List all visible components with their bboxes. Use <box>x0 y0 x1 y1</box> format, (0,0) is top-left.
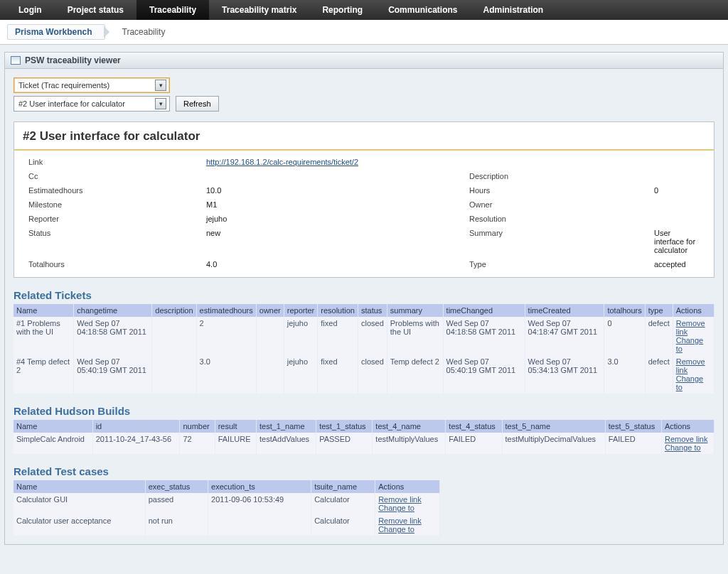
table-cell: not run <box>145 514 208 536</box>
item-select[interactable]: #2 User interface for calculator ▾ <box>14 96 170 112</box>
nav-administration[interactable]: Administration <box>470 0 556 20</box>
column-header: Name <box>14 420 92 433</box>
action-link[interactable]: Change to <box>665 443 711 452</box>
column-header: resolution <box>318 304 358 317</box>
related-tickets-title: Related Tickets <box>14 289 714 301</box>
table-cell: testMultiplyValues <box>373 433 446 454</box>
action-link[interactable]: Change to <box>676 336 711 353</box>
table-cell: defect <box>645 317 673 355</box>
column-header: Actions <box>375 480 440 493</box>
table-cell: Wed Sep 07 04:18:58 GMT 2011 <box>443 317 525 355</box>
column-header: test_4_name <box>373 420 446 433</box>
ticket-title: #2 User interface for calculator <box>14 122 714 149</box>
column-header: number <box>180 420 215 433</box>
chevron-down-icon: ▾ <box>155 98 166 109</box>
table-cell: 2011-10-24_17-43-56 <box>92 433 180 454</box>
source-select[interactable]: Ticket (Trac requirements) ▾ <box>14 77 170 93</box>
table-cell: Calculator GUI <box>14 493 145 514</box>
table-cell: Calculator <box>311 493 375 514</box>
action-link[interactable]: Change to <box>676 374 711 391</box>
table-cell <box>152 355 196 394</box>
table-cell: Temp defect 2 <box>387 355 443 394</box>
column-header: id <box>92 420 180 433</box>
breadcrumb-root[interactable]: Prisma Workbench <box>7 24 105 40</box>
traceability-panel: PSW traceability viewer Ticket (Trac req… <box>4 52 724 545</box>
column-header: test_5_name <box>502 420 605 433</box>
table-cell: PASSED <box>316 433 373 454</box>
action-link[interactable]: Remove link <box>676 357 711 374</box>
table-cell: Calculator user acceptance <box>14 514 145 536</box>
actions-cell: Remove linkChange to <box>673 317 714 355</box>
table-cell: Wed Sep 07 04:18:58 GMT 2011 <box>74 317 152 355</box>
column-header: status <box>358 304 387 317</box>
nav-login[interactable]: Login <box>6 0 55 20</box>
nav-reporting[interactable]: Reporting <box>309 0 375 20</box>
column-header: description <box>152 304 196 317</box>
column-header: changetime <box>74 304 152 317</box>
field-label: Type <box>469 260 647 269</box>
column-header: exec_status <box>145 480 208 493</box>
table-cell: testMultiplyDecimalValues <box>502 433 605 454</box>
actions-cell: Remove linkChange to <box>661 433 714 454</box>
field-value: new <box>206 229 462 254</box>
nav-traceability-matrix[interactable]: Traceability matrix <box>209 0 309 20</box>
field-label: Summary <box>469 229 647 254</box>
column-header: result <box>215 420 256 433</box>
field-label: Owner <box>469 200 647 209</box>
action-link[interactable]: Change to <box>378 504 437 512</box>
action-link[interactable]: Remove link <box>676 319 711 336</box>
table-row: #1 Problems with the UIWed Sep 07 04:18:… <box>14 317 714 355</box>
action-link[interactable]: Remove link <box>665 435 711 443</box>
field-label: Milestone <box>28 200 199 209</box>
column-header: test_1_status <box>316 420 373 433</box>
field-label: Status <box>28 229 199 254</box>
field-label: Link <box>28 158 199 166</box>
field-value: jejuho <box>206 215 462 223</box>
column-header: type <box>645 304 673 317</box>
table-cell: Calculator <box>311 514 375 536</box>
field-label: Cc <box>28 172 199 180</box>
actions-cell: Remove linkChange to <box>375 493 440 514</box>
nav-communications[interactable]: Communications <box>375 0 470 20</box>
table-cell: testAddValues <box>257 433 316 454</box>
field-value: M1 <box>206 200 462 209</box>
table-cell: FAILED <box>605 433 661 454</box>
table-cell: Problems with the UI <box>387 317 443 355</box>
ticket-fields: Linkhttp://192.168.1.2/calc-requirements… <box>14 151 714 277</box>
nav-project-status[interactable]: Project status <box>55 0 136 20</box>
column-header: timeCreated <box>525 304 604 317</box>
breadcrumb-current: Traceability <box>115 25 178 39</box>
chevron-down-icon: ▾ <box>155 80 166 91</box>
field-label: Resolution <box>469 215 647 223</box>
nav-traceability[interactable]: Traceability <box>136 0 209 20</box>
panel-title: PSW traceability viewer <box>25 55 121 65</box>
top-nav: LoginProject statusTraceabilityTraceabil… <box>0 0 728 20</box>
table-cell: Wed Sep 07 05:34:13 GMT 2011 <box>525 355 604 394</box>
refresh-button[interactable]: Refresh <box>176 96 219 112</box>
column-header: totalhours <box>604 304 645 317</box>
table-cell <box>256 355 284 394</box>
table-cell: fixed <box>318 355 358 394</box>
action-link[interactable]: Remove link <box>378 495 437 504</box>
related-builds-title: Related Hudson Builds <box>14 405 714 417</box>
table-cell: Wed Sep 07 04:18:47 GMT 2011 <box>525 317 604 355</box>
table-cell: 3.0 <box>196 355 256 394</box>
column-header: timeChanged <box>443 304 525 317</box>
action-link[interactable]: Change to <box>378 525 437 534</box>
related-tickets-table: Namechangetimedescriptionestimatedhourso… <box>14 304 714 394</box>
table-row: SimpleCalc Android2011-10-24_17-43-5672F… <box>14 433 714 454</box>
table-cell: passed <box>145 493 208 514</box>
table-cell: defect <box>645 355 673 394</box>
column-header: Actions <box>661 420 714 433</box>
field-label: Reporter <box>28 215 199 223</box>
field-value <box>654 172 700 180</box>
field-value: User interface for calculator <box>654 229 700 254</box>
source-select-value: Ticket (Trac requirements) <box>18 81 109 90</box>
ticket-card: #2 User interface for calculator Linkhtt… <box>14 121 714 278</box>
table-cell: 2011-09-06 10:53:49 <box>208 493 311 514</box>
breadcrumb: Prisma Workbench Traceability <box>0 20 728 45</box>
ticket-link[interactable]: http://192.168.1.2/calc-requirements/tic… <box>206 158 358 166</box>
column-header: reporter <box>284 304 318 317</box>
action-link[interactable]: Remove link <box>378 516 437 525</box>
table-cell: closed <box>358 355 387 394</box>
